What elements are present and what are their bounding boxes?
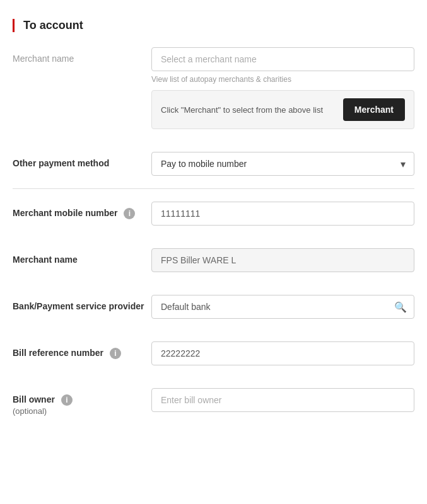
bank-payment-provider-label: Bank/Payment service provider [13, 295, 151, 311]
merchant-name-filled-label: Merchant name [13, 248, 151, 265]
merchant-mobile-number-label-text: Merchant mobile number [13, 208, 117, 218]
merchant-mobile-number-input[interactable] [151, 202, 414, 226]
bill-reference-number-label: Bill reference number i [13, 341, 151, 359]
bank-search-wrapper: 🔍 [151, 295, 414, 319]
payment-method-select[interactable]: Pay to mobile number Pay to bank account… [151, 152, 414, 176]
merchant-name-label: Merchant name [13, 47, 151, 64]
bill-reference-number-info-icon[interactable]: i [110, 348, 121, 359]
merchant-button[interactable]: Merchant [343, 98, 405, 121]
merchant-name-input[interactable] [151, 47, 414, 71]
merchant-name-filled-col [151, 248, 414, 272]
bill-owner-input[interactable] [151, 388, 414, 412]
merchant-name-row: Merchant name View list of autopay merch… [13, 47, 414, 140]
merchant-mobile-number-label: Merchant mobile number i [13, 202, 151, 219]
bill-owner-row: Bill owner i (optional) [13, 388, 414, 427]
merchant-mobile-number-input-col [151, 202, 414, 226]
merchant-hint-box: Click "Merchant" to select from the abov… [151, 90, 414, 129]
bill-owner-label: Bill owner i (optional) [13, 388, 151, 416]
other-payment-method-row: Other payment method Pay to mobile numbe… [13, 152, 414, 189]
merchant-mobile-number-row: Merchant mobile number i [13, 202, 414, 237]
merchant-mobile-number-info-icon[interactable]: i [124, 208, 135, 219]
page-container: To account Merchant name View list of au… [0, 13, 427, 445]
merchant-name-filled-input [151, 248, 414, 272]
bank-payment-provider-input[interactable] [151, 295, 414, 319]
merchant-name-input-col: View list of autopay merchants & chariti… [151, 47, 414, 129]
bill-reference-number-label-text: Bill reference number [13, 348, 103, 358]
other-payment-method-label: Other payment method [13, 152, 151, 168]
bill-owner-label-text: Bill owner [13, 394, 55, 404]
section-title: To account [23, 19, 83, 32]
other-payment-method-col: Pay to mobile number Pay to bank account… [151, 152, 414, 176]
bill-reference-number-col [151, 341, 414, 365]
merchant-hint-text: Click "Merchant" to select from the abov… [161, 105, 336, 115]
bill-reference-number-input[interactable] [151, 341, 414, 365]
bank-payment-provider-col: 🔍 [151, 295, 414, 319]
merchant-name-hint: View list of autopay merchants & chariti… [151, 75, 414, 84]
bill-owner-col [151, 388, 414, 412]
payment-method-dropdown-wrapper: Pay to mobile number Pay to bank account… [151, 152, 414, 176]
bill-owner-sublabel: (optional) [13, 406, 47, 416]
section-header: To account [13, 19, 414, 32]
bill-owner-info-icon[interactable]: i [61, 394, 73, 406]
bank-payment-provider-row: Bank/Payment service provider 🔍 [13, 295, 414, 330]
bill-reference-number-row: Bill reference number i [13, 341, 414, 377]
merchant-name-filled-row: Merchant name [13, 248, 414, 284]
